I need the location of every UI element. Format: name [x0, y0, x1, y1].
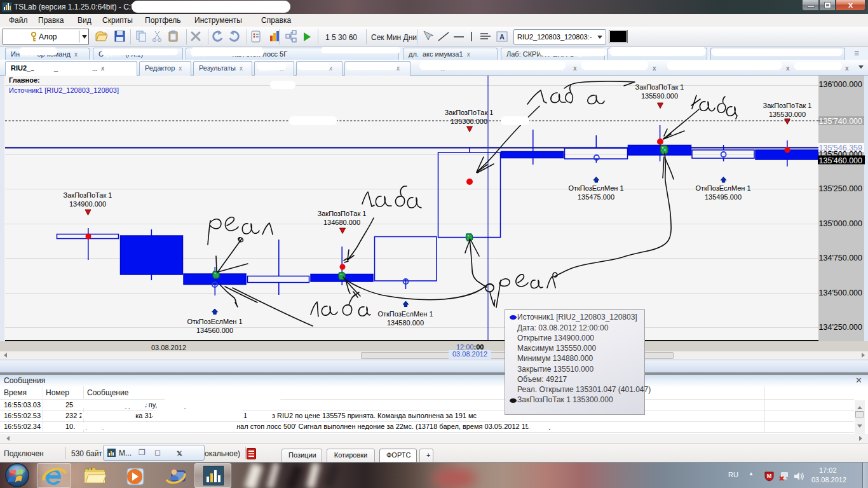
svg-text:134580.000: 134580.000: [387, 319, 424, 327]
svg-text:ЗакПозПоТак 1: ЗакПозПоТак 1: [763, 102, 812, 109]
svg-text:135590.000: 135590.000: [641, 92, 678, 100]
svg-text:Источник1 [RIU2_120803_120803]: Источник1 [RIU2_120803_120803]: [9, 86, 119, 94]
svg-text:ОткПозЕслМен 1: ОткПозЕслМен 1: [377, 310, 433, 318]
svg-text:Главное:: Главное:: [9, 76, 40, 84]
svg-text:136'000.000: 136'000.000: [819, 80, 862, 89]
svg-text:135530.000: 135530.000: [769, 111, 806, 118]
svg-text:134560.000: 134560.000: [196, 327, 233, 334]
svg-text:M: M: [767, 473, 772, 479]
svg-text:135300.000: 135300.000: [451, 118, 487, 125]
svg-text:ЗакПозПоТак 1: ЗакПозПоТак 1: [318, 210, 367, 217]
svg-text:134'500.000: 134'500.000: [819, 288, 862, 297]
svg-text:ОткПозЕслМен 1: ОткПозЕслМен 1: [568, 184, 623, 192]
svg-text:134680.000: 134680.000: [323, 219, 360, 226]
svg-text:ЗакПозПоТак 1: ЗакПозПоТак 1: [64, 191, 112, 199]
svg-text:134'250.000: 134'250.000: [819, 323, 862, 332]
svg-text:134900.000: 134900.000: [69, 200, 106, 208]
svg-text:135'250.000: 135'250.000: [819, 184, 862, 193]
svg-text:ОткПозЕслМен 1: ОткПозЕслМен 1: [695, 184, 750, 192]
svg-text:A: A: [499, 33, 505, 41]
svg-text:135475.000: 135475.000: [578, 193, 614, 201]
svg-text:135495.000: 135495.000: [705, 193, 742, 201]
svg-text:135'460.000: 135'460.000: [819, 156, 862, 165]
svg-text:ЗакПозПоТак 1: ЗакПозПоТак 1: [445, 109, 494, 116]
svg-text:ОткПозЕслМен 1: ОткПозЕслМен 1: [187, 318, 242, 325]
svg-text:134'750.000: 134'750.000: [819, 254, 862, 262]
svg-text:135'000.000: 135'000.000: [819, 219, 862, 228]
svg-text:ЗакПозПоТак 1: ЗакПозПоТак 1: [635, 83, 684, 91]
svg-text:135'740.000: 135'740.000: [819, 117, 862, 126]
